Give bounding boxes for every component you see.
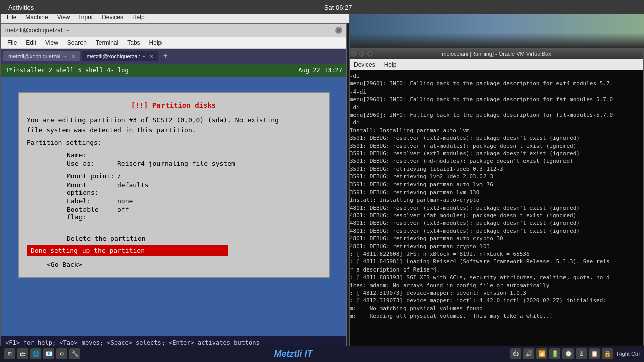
bg-menu-help[interactable]: Help bbox=[380, 60, 401, 69]
term-menu-file[interactable]: File bbox=[3, 38, 21, 47]
tab-1-close[interactable]: ✕ bbox=[71, 54, 75, 59]
dialog-settings: Name: Use as: Reiser4 journaling file sy… bbox=[27, 151, 320, 221]
new-tab-btn[interactable]: + bbox=[159, 52, 171, 61]
bg-close-btn[interactable]: × bbox=[367, 51, 373, 57]
taskbar-icon-4[interactable]: 📧 bbox=[43, 348, 54, 359]
terminal-tab-1[interactable]: metztli@xochiquetzal: ~ ✕ bbox=[3, 51, 80, 61]
setting-label[interactable]: Label: none bbox=[27, 197, 320, 205]
setting-mount-options[interactable]: Mount options: defaults bbox=[27, 181, 320, 196]
log-line: 4801: DEBUG: resolver (ext2-modules): pa… bbox=[350, 204, 641, 212]
log-line: 4801: DEBUG: resolver (ext3-modules): pa… bbox=[350, 219, 641, 227]
vbox-window-background: - □ × moiocoiani [Running] - Oracle VM V… bbox=[347, 48, 644, 362]
log-line: 3591: DEBUG: retrieving partman-auto-lvm… bbox=[350, 180, 641, 188]
tab-2-close[interactable]: ✕ bbox=[149, 54, 153, 59]
log-line: -4-di bbox=[350, 88, 641, 96]
log-line: -di bbox=[350, 72, 641, 80]
terminal-close-btn[interactable]: ✕ bbox=[335, 27, 342, 34]
log-line: menu[2960]: INFO: Falling back to the pa… bbox=[350, 80, 641, 87]
log-line: r a description of Reiser4. bbox=[350, 266, 641, 274]
log-line: m: No matching physical volumes found bbox=[350, 305, 641, 312]
bg-log-content: -dimenu[2960]: INFO: Falling back to the… bbox=[348, 70, 643, 361]
log-line: : [ 4812.319073] device-mapper: uevent: … bbox=[350, 289, 641, 297]
tab-status: 1*installer 2 shell 3 shell 4- log bbox=[5, 67, 298, 74]
terminal-status-bar: 1*installer 2 shell 3 shell 4- log Aug 2… bbox=[1, 64, 346, 77]
vbox-window-main: Вики Xochiquetzal [Running] - Oracle VM … bbox=[0, 0, 350, 362]
term-menu-search[interactable]: Search bbox=[63, 38, 91, 47]
taskbar-icon-6[interactable]: 🔧 bbox=[69, 348, 80, 359]
tray-icon-3[interactable]: 📶 bbox=[536, 348, 547, 359]
tray-icon-6[interactable]: 🖥 bbox=[576, 348, 587, 359]
clock: Sat 06:27 bbox=[324, 4, 352, 11]
log-line: : [ 4811.845981] Loading Reiser4 (Softwa… bbox=[350, 258, 641, 265]
dialog-actions: Delete the partition Done setting up the… bbox=[27, 229, 320, 256]
term-menu-terminal[interactable]: Terminal bbox=[92, 38, 122, 47]
terminal-menubar: File Edit View Search Terminal Tabs Help bbox=[1, 37, 346, 49]
log-line: Install: Installing partman-auto-lvm bbox=[350, 127, 641, 134]
setting-mount-point[interactable]: Mount point: / bbox=[27, 172, 320, 180]
setting-use-as[interactable]: Use as: Reiser4 journaling file system bbox=[27, 160, 320, 167]
done-action[interactable]: Done setting up the partition bbox=[27, 245, 228, 256]
tray-icon-8[interactable]: 🔒 bbox=[602, 348, 613, 359]
log-line: 3591: DEBUG: retrieving lvm2-udeb 2.03.0… bbox=[350, 173, 641, 180]
terminal-title: metztli@xochiquetzal: ~ bbox=[5, 27, 69, 34]
taskbar-icon-3[interactable]: 🌐 bbox=[30, 348, 41, 359]
dialog-description: You are editing partition #3 of SCSI2 (0… bbox=[27, 115, 320, 135]
tray-icon-1[interactable]: ⏻ bbox=[510, 348, 521, 359]
log-line: : [ 4811.822608] JFS: nTxBlock = 8192, n… bbox=[350, 250, 641, 258]
vbox-bg-menubar: Devices Help bbox=[348, 59, 643, 70]
log-line: menu[2960]: INFO: Falling back to the pa… bbox=[350, 96, 641, 103]
dialog-title: [!!] Partition disks bbox=[27, 101, 320, 109]
taskbar-icon-2[interactable]: 🗁 bbox=[17, 348, 28, 359]
log-line: 3591: DEBUG: resolver (fat-modules): pac… bbox=[350, 142, 641, 150]
terminal-titlebar: metztli@xochiquetzal: ~ ✕ bbox=[1, 24, 346, 37]
log-line: 4801: DEBUG: resolver (fat-modules): pac… bbox=[350, 212, 641, 219]
log-line: m: Reading all physical volumes. This ma… bbox=[350, 312, 641, 320]
log-line: -di bbox=[350, 104, 641, 111]
bg-maximize-btn[interactable]: □ bbox=[359, 51, 365, 57]
taskbar-icon-1[interactable]: ⊞ bbox=[4, 348, 15, 359]
log-line: 3591: DEBUG: resolver (ext2-modules): pa… bbox=[350, 134, 641, 142]
log-line: ices: mdadm: No arrays found in config f… bbox=[350, 282, 641, 289]
log-line: 4801: DEBUG: retrieving partman-auto-cry… bbox=[350, 235, 641, 242]
taskbar: ⊞ 🗁 🌐 📧 ⚙ 🔧 Metztli IT ⏻ 🔊 📶 🔋 ⌚ 🖥 📋 🔒 R… bbox=[0, 346, 644, 362]
settings-header: Partition settings: bbox=[27, 139, 320, 146]
tray-icon-4[interactable]: 🔋 bbox=[549, 348, 560, 359]
terminal-tab-2[interactable]: metztli@xochiquetzal: ~ ✕ bbox=[82, 51, 159, 61]
log-line: 3591: DEBUG: retrieving libaio1-udeb 0.3… bbox=[350, 165, 641, 173]
terminal-tabs-bar: metztli@xochiquetzal: ~ ✕ metztli@xochiq… bbox=[1, 49, 346, 64]
term-menu-view[interactable]: View bbox=[41, 38, 62, 47]
log-line: menu[2960]: INFO: Falling back to the pa… bbox=[350, 111, 641, 119]
delete-partition-action[interactable]: Delete the partition bbox=[27, 234, 320, 243]
setting-bootable[interactable]: Bootable flag: off bbox=[27, 206, 320, 221]
right-ctrl-label: Right Ctrl bbox=[617, 351, 640, 357]
activities-button[interactable]: Activities bbox=[5, 3, 37, 12]
vbox-bg-titlebar: - □ × moiocoiani [Running] - Oracle VM V… bbox=[348, 48, 643, 59]
tray-icon-5[interactable]: ⌚ bbox=[562, 348, 574, 359]
tray-icon-2[interactable]: 🔊 bbox=[523, 348, 534, 359]
terminal-content: [!!] Partition disks You are editing par… bbox=[1, 77, 346, 349]
term-menu-edit[interactable]: Edit bbox=[22, 38, 40, 47]
log-line: : [ 4812.319073] device-mapper: ioctl: 4… bbox=[350, 297, 641, 304]
log-line: 3591: DEBUG: retrieving partman-lvm 130 bbox=[350, 189, 641, 196]
vbox-bg-title: moiocoiani [Running] - Oracle VM Virtual… bbox=[442, 51, 551, 57]
status-date: Aug 22 13:27 bbox=[298, 67, 342, 74]
tray-icon-7[interactable]: 📋 bbox=[589, 348, 600, 359]
log-line: 3591: DEBUG: resolver (ext3-modules): pa… bbox=[350, 150, 641, 157]
terminal-window: metztli@xochiquetzal: ~ ✕ File Edit View… bbox=[1, 23, 347, 350]
go-back-btn[interactable]: <Go Back> bbox=[27, 261, 320, 268]
log-line: 3591: DEBUG: resolver (md-modules): pack… bbox=[350, 157, 641, 165]
brand-label: Metztli IT bbox=[274, 349, 313, 359]
term-menu-help[interactable]: Help bbox=[145, 38, 166, 47]
partition-dialog: [!!] Partition disks You are editing par… bbox=[18, 92, 330, 278]
term-menu-tabs[interactable]: Tabs bbox=[123, 38, 144, 47]
bg-minimize-btn[interactable]: - bbox=[351, 51, 357, 57]
log-line: -di bbox=[350, 119, 641, 126]
log-line: : [ 4811.885193] SGI XFS with ACLs, secu… bbox=[350, 274, 641, 281]
log-line: 4801: DEBUG: retrieving partman-crypto 1… bbox=[350, 243, 641, 250]
taskbar-icon-5[interactable]: ⚙ bbox=[56, 348, 67, 359]
log-line: 4801: DEBUG: resolver (ext4-modules): pa… bbox=[350, 227, 641, 235]
bg-menu-devices[interactable]: Devices bbox=[350, 60, 379, 69]
installer-screen: [!!] Partition disks You are editing par… bbox=[1, 77, 346, 349]
setting-name: Name: bbox=[27, 151, 320, 159]
taskbar-right-icons: ⏻ 🔊 📶 🔋 ⌚ 🖥 📋 🔒 bbox=[510, 348, 613, 359]
